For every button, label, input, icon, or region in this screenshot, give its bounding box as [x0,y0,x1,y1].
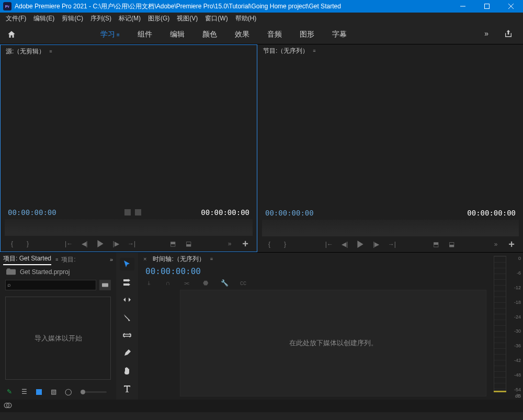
magnet-icon[interactable]: ∩ [164,279,172,287]
timeline-track-headers[interactable] [138,289,179,400]
settings-icon[interactable]: 🔧 [221,279,228,287]
svg-rect-1 [6,269,16,275]
project-tab-other[interactable]: 项目: [61,255,75,264]
timeline-timecode[interactable]: 00:00:00:00 [138,265,490,277]
mark-in-icon[interactable]: { [265,241,274,248]
timeline-tab-label[interactable]: 时间轴:（无序列） [153,255,204,264]
media-bin[interactable]: 导入媒体以开始 [5,297,111,380]
snap-icon[interactable]: ⫰ [145,279,153,287]
play-icon[interactable] [96,240,105,247]
play-icon[interactable] [356,241,365,248]
source-ruler[interactable] [5,219,253,236]
maximize-button[interactable] [475,0,499,13]
lift-icon[interactable]: ⬒ [432,241,440,248]
fit-icon[interactable] [124,209,131,215]
insert-icon[interactable]: ⬒ [168,240,177,247]
extract-icon[interactable]: ⬓ [448,241,456,248]
home-button[interactable] [0,30,23,39]
goto-in-icon[interactable]: |← [65,240,73,247]
overflow-button[interactable]: » [484,29,488,39]
step-back-icon[interactable]: ◀| [81,240,89,247]
program-ruler[interactable] [262,220,519,236]
panel-menu-icon[interactable]: ≡ [210,256,213,262]
workspace-captions[interactable]: 字幕 [328,28,351,41]
zoom-slider[interactable] [81,391,107,393]
menu-window[interactable]: 窗口(W) [201,14,231,23]
zoom-slider-knob-icon[interactable]: ◯ [64,389,72,395]
menu-view[interactable]: 视图(V) [173,14,201,23]
workspace-effects[interactable]: 效果 [231,28,254,41]
captions-icon[interactable]: cc [240,279,247,287]
close-button[interactable] [499,0,523,13]
source-viewport[interactable] [1,58,257,206]
more-icon[interactable]: » [492,241,500,248]
menu-sequence[interactable]: 序列(S) [87,14,115,23]
close-tab-icon[interactable]: × [143,256,146,262]
goto-in-icon[interactable]: |← [325,241,333,248]
panel-menu-icon[interactable]: ≡ [55,257,58,262]
step-back-icon[interactable]: ◀| [340,241,349,248]
menu-edit[interactable]: 编辑(E) [30,14,58,23]
workspace-assembly[interactable]: 组件 [133,28,156,41]
track-select-tool[interactable] [120,276,134,288]
program-tab[interactable]: 节目:（无序列） ≡ [258,44,523,57]
list-view-icon[interactable]: ☰ [20,389,28,395]
freeform-view-icon[interactable]: ▧ [49,389,58,395]
source-tc-out[interactable]: 00:00:00:00 [201,208,249,217]
zoom-icon[interactable] [135,209,141,215]
workspace-menu-icon[interactable]: ≡ [117,32,120,38]
razor-tool[interactable] [120,311,134,324]
share-button[interactable] [504,29,513,39]
workspace-color[interactable]: 颜色 [198,28,221,41]
source-tc-in[interactable]: 00:00:00:00 [8,208,56,217]
mark-out-icon[interactable]: } [24,240,32,247]
program-tc-out[interactable]: 00:00:00:00 [467,209,516,217]
program-tc-in[interactable]: 00:00:00:00 [265,209,314,217]
write-icon[interactable]: ✎ [5,389,14,395]
type-tool[interactable] [120,382,134,395]
selection-tool[interactable] [120,258,134,270]
icon-view-icon[interactable] [35,389,43,395]
source-tab[interactable]: 源:（无剪辑） ≡ [1,45,257,58]
overflow-icon[interactable]: » [110,256,113,263]
menu-clip[interactable]: 剪辑(C) [58,14,87,23]
new-bin-button[interactable] [99,280,111,290]
pen-tool[interactable] [120,347,134,359]
search-input[interactable] [5,280,96,290]
ripple-edit-tool[interactable] [120,293,134,306]
creative-cloud-icon[interactable] [3,401,13,412]
step-fwd-icon[interactable]: |▶ [372,241,380,248]
minimize-button[interactable] [451,0,475,13]
menu-file[interactable]: 文件(F) [2,14,30,23]
project-tab-active[interactable]: 项目: Get Started [3,254,51,265]
more-icon[interactable]: » [225,240,234,247]
goto-out-icon[interactable]: →| [388,241,396,248]
workspace-audio[interactable]: 音频 [263,28,286,41]
step-fwd-icon[interactable]: |▶ [112,240,120,247]
project-toolbar: ✎ ☰ ▧ ◯ [0,384,116,400]
monitor-row: 源:（无剪辑） ≡ 00:00:00:00 00:00:00:00 { } |←… [0,44,523,252]
workspace-learn[interactable]: 学习≡ [96,28,124,41]
audio-meters[interactable]: 0-6-12-18-24-30-36-42-48-54 dB [490,253,523,400]
overwrite-icon[interactable]: ⬓ [184,240,192,247]
mark-in-icon[interactable]: { [8,240,16,247]
button-editor-icon[interactable]: + [507,239,516,251]
mark-out-icon[interactable]: } [281,241,289,248]
timeline-empty-hint: 在此处放下媒体以创建序列。 [289,338,378,348]
slip-tool[interactable] [120,329,134,342]
panel-menu-icon[interactable]: ≡ [49,49,52,54]
panel-menu-icon[interactable]: ≡ [313,48,315,53]
button-editor-icon[interactable]: + [241,238,249,250]
menu-graphics[interactable]: 图形(G) [144,14,173,23]
program-viewport[interactable] [258,57,523,206]
workspace-editing[interactable]: 编辑 [166,28,189,41]
marker-icon[interactable]: ⬣ [202,279,209,287]
goto-out-icon[interactable]: →| [128,240,136,247]
linked-selection-icon[interactable]: ⫘ [183,279,190,287]
svg-rect-2 [7,268,10,270]
workspace-graphics[interactable]: 图形 [295,28,319,41]
timeline-drop-zone[interactable]: 在此处放下媒体以创建序列。 [180,290,486,396]
hand-tool[interactable] [120,365,134,377]
menu-marker[interactable]: 标记(M) [115,14,144,23]
menu-help[interactable]: 帮助(H) [232,14,260,23]
